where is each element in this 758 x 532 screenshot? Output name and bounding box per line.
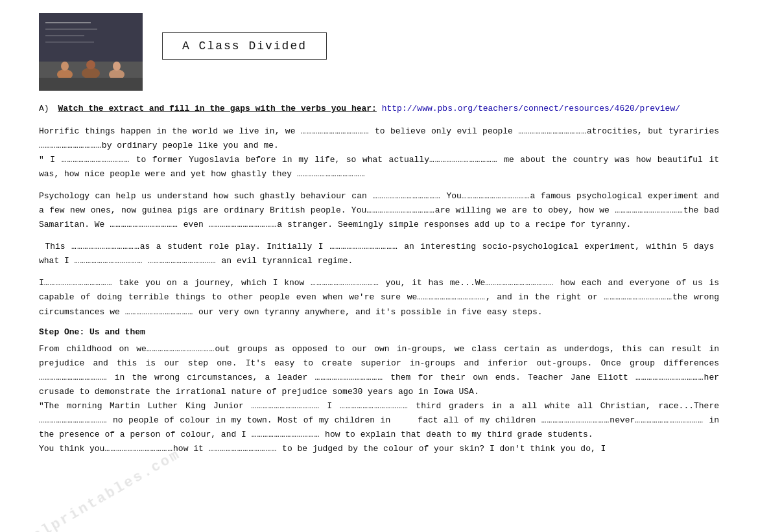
instruction-link[interactable]: http://www.pbs.org/teachers/connect/reso… bbox=[382, 104, 680, 113]
paragraph-3: This ………………………………as a student role play.… bbox=[39, 240, 719, 268]
svg-rect-1 bbox=[39, 13, 143, 62]
svg-rect-12 bbox=[39, 78, 143, 91]
step-one-heading: Step One: Us and them bbox=[39, 327, 719, 337]
watermark: eslprintables.com bbox=[21, 446, 184, 532]
paragraph-2: Psychology can help us understand how su… bbox=[39, 189, 719, 232]
class-photo bbox=[39, 13, 143, 91]
page-title: A Class Divided bbox=[182, 40, 307, 52]
title-box: A Class Divided bbox=[162, 32, 327, 60]
svg-point-11 bbox=[113, 62, 121, 71]
paragraph-1: Horrific things happen in the world we l… bbox=[39, 124, 719, 181]
paragraph-5: From childhood on we………………………………out grou… bbox=[39, 342, 719, 457]
instruction-label: A) bbox=[39, 104, 49, 113]
instruction-text: Watch the extract and fill in the gaps w… bbox=[58, 104, 376, 113]
svg-point-7 bbox=[61, 62, 69, 71]
paragraph-4: I……………………………… take you on a journey, whi… bbox=[39, 276, 719, 319]
svg-point-9 bbox=[86, 60, 95, 69]
instruction-line: A) Watch the extract and fill in the gap… bbox=[39, 102, 719, 115]
